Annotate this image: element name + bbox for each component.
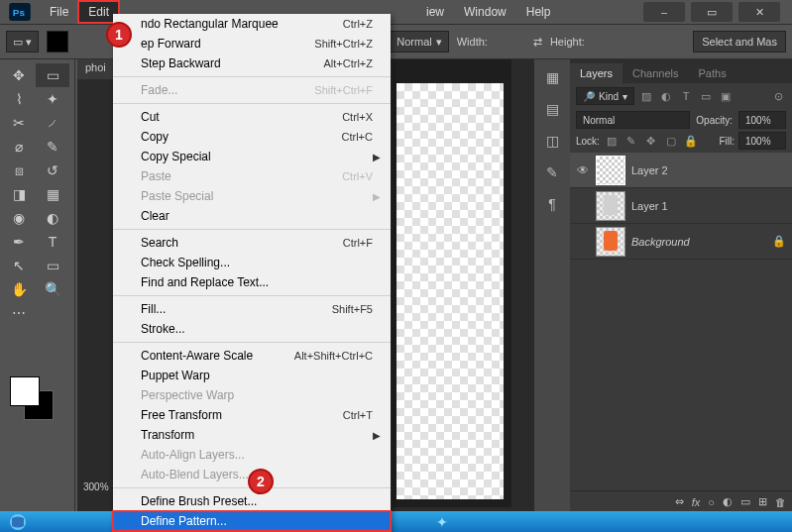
menu-item-ndo-rectangular-marquee[interactable]: ndo Rectangular MarqueeCtrl+Z [113,14,391,34]
menu-item-free-transform[interactable]: Free TransformCtrl+T [113,405,391,425]
tool-crop[interactable]: ✂ [2,111,36,135]
tool-more[interactable]: ⋯ [2,301,36,325]
menu-item-copy[interactable]: CopyCtrl+C [113,127,391,147]
menu-file[interactable]: File [40,1,78,23]
tab-channels[interactable]: Channels [622,63,688,83]
tab-layers[interactable]: Layers [570,63,622,83]
new-layer-icon[interactable]: ⊞ [758,495,767,508]
menu-item-transform[interactable]: Transform▶ [113,425,391,445]
filter-pixel-icon[interactable]: ▨ [638,88,654,104]
lock-position-icon[interactable]: ✥ [643,133,659,149]
filter-type-icon[interactable]: T [678,88,694,104]
layers-list: 👁Layer 2Layer 1Background🔒 [570,151,792,262]
menu-item-stroke[interactable]: Stroke... [113,319,391,339]
menu-item-define-pattern[interactable]: Define Pattern... [113,511,391,531]
layer-name: Layer 2 [631,164,668,176]
document-tab[interactable]: phoi [77,59,115,79]
menu-item-copy-special[interactable]: Copy Special▶ [113,147,391,166]
select-and-mask-button[interactable]: Select and Mas [693,31,786,53]
menu-view[interactable]: iew [416,1,454,23]
tool-lasso[interactable]: ⌇ [2,87,36,111]
menu-item-define-brush-preset[interactable]: Define Brush Preset... [113,491,391,511]
annotation-1: 1 [106,22,132,48]
opacity-field[interactable]: 100% [738,111,786,129]
visibility-toggle-icon[interactable]: 👁 [576,163,590,177]
menu-item-fill[interactable]: Fill...Shift+F5 [113,299,391,319]
tool-shape[interactable]: ▭ [36,254,69,277]
layer-row[interactable]: 👁Layer 2 [570,153,792,188]
blend-mode-dropdown[interactable]: Normal [576,111,690,129]
menu-window[interactable]: Window [454,1,516,23]
menu-item-puppet-warp[interactable]: Puppet Warp [113,366,391,385]
lock-pixels-icon[interactable]: ✎ [623,133,639,149]
tool-type[interactable]: T [36,230,69,254]
fill-field[interactable]: 100% [738,132,786,150]
maximize-button[interactable]: ▭ [691,2,733,22]
tool-path[interactable]: ↖ [2,254,36,277]
foreground-swatch[interactable] [47,31,68,53]
layers-panel-footer: ⇔ fx ○ ◐ ▭ ⊞ 🗑 [570,490,792,512]
menu-help[interactable]: Help [516,1,561,23]
mask-icon[interactable]: ○ [708,496,715,508]
filter-toggle-icon[interactable]: ⊙ [770,88,786,104]
filter-adjust-icon[interactable]: ◐ [658,88,674,104]
menu-item-clear[interactable]: Clear [113,206,391,226]
fill-label: Fill: [719,136,735,147]
tool-gradient[interactable]: ▦ [36,182,69,206]
tool-magicwand[interactable]: ✦ [36,87,69,111]
tool-preset-picker[interactable]: ▭ ▾ [6,31,39,53]
minimize-button[interactable]: – [643,2,685,22]
menu-item-check-spelling[interactable]: Check Spelling... [113,253,391,272]
tool-marquee[interactable]: ▭ [36,63,69,87]
lock-all-icon[interactable]: 🔒 [683,133,699,149]
layer-row[interactable]: Background🔒 [570,224,792,260]
start-button[interactable] [0,511,36,532]
link-layers-icon[interactable]: ⇔ [675,495,684,508]
fx-icon[interactable]: fx [692,496,701,508]
tool-hand[interactable]: ✋ [2,277,36,301]
filter-smart-icon[interactable]: ▣ [718,88,734,104]
tool-move[interactable]: ✥ [2,63,36,87]
paragraph-panel-icon[interactable]: ¶ [548,196,556,212]
tool-dodge[interactable]: ◐ [36,206,69,230]
close-button[interactable]: ✕ [738,2,780,22]
color-swatches[interactable] [10,376,56,422]
tool-healing[interactable]: ⌀ [2,135,36,159]
style-dropdown[interactable]: Normal ▾ [390,31,448,53]
menu-item-cut[interactable]: CutCtrl+X [113,107,391,127]
tool-pen[interactable]: ✒ [2,230,36,254]
tool-clone[interactable]: ⧇ [2,159,36,182]
width-label: Width: [457,36,488,48]
tool-blur[interactable]: ◉ [2,206,36,230]
canvas[interactable] [396,83,504,499]
swatches-panel-icon[interactable]: ◫ [546,133,559,149]
actions-panel-icon[interactable]: ▤ [546,101,559,117]
adjustment-layer-icon[interactable]: ◐ [723,495,733,508]
trash-icon[interactable]: 🗑 [775,496,786,508]
zoom-level[interactable]: 300% [83,481,109,492]
menu-item-search[interactable]: SearchCtrl+F [113,233,391,253]
brushes-panel-icon[interactable]: ✎ [546,164,558,180]
menu-item-content-aware-scale[interactable]: Content-Aware ScaleAlt+Shift+Ctrl+C [113,346,391,366]
tool-eraser[interactable]: ◨ [2,182,36,206]
tab-paths[interactable]: Paths [689,63,736,83]
layer-name: Background [631,236,690,248]
menu-item-ep-forward[interactable]: ep ForwardShift+Ctrl+Z [113,34,391,53]
menu-item-find-and-replace-text[interactable]: Find and Replace Text... [113,272,391,292]
menu-item-auto-align-layers: Auto-Align Layers... [113,445,391,465]
tool-history[interactable]: ↺ [36,159,69,182]
group-icon[interactable]: ▭ [740,495,750,508]
layer-filter-kind[interactable]: 🔎 Kind ▾ [576,87,634,105]
menu-item-step-backward[interactable]: Step BackwardAlt+Ctrl+Z [113,53,391,73]
filter-shape-icon[interactable]: ▭ [698,88,714,104]
swap-icon[interactable]: ⇄ [533,36,542,49]
tool-brush[interactable]: ✎ [36,135,69,159]
tool-zoom[interactable]: 🔍 [36,277,69,301]
layer-row[interactable]: Layer 1 [570,188,792,224]
tool-eyedropper[interactable]: ⟋ [36,111,69,135]
lock-artboard-icon[interactable]: ▢ [663,133,679,149]
lock-transparent-icon[interactable]: ▨ [604,133,620,149]
history-panel-icon[interactable]: ▦ [546,69,559,85]
menu-item-fade: Fade...Shift+Ctrl+F [113,80,391,100]
foreground-color[interactable] [10,376,40,406]
